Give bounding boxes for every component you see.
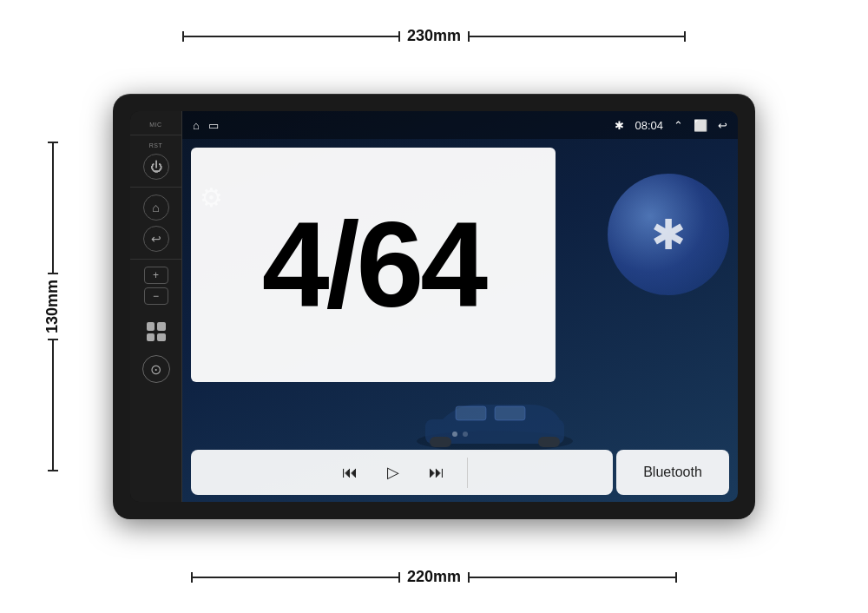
status-right: ✱ 08:04 ⌃ ⬜ ↩ <box>615 119 727 132</box>
sidebar-bottom: ⊙ <box>141 312 171 495</box>
left-dim-line-bottom <box>52 339 54 471</box>
diagram-container: 230mm 220mm 130mm MIC RST ⏻ <box>17 11 851 602</box>
navigation-button[interactable]: ⊙ <box>142 355 170 383</box>
play-button[interactable]: ▷ <box>380 459 406 485</box>
top-dimension: 230mm <box>182 27 686 45</box>
bluetooth-circle: ✱ <box>608 174 729 295</box>
prev-button[interactable]: ⏮ <box>337 459 363 485</box>
device-inner: MIC RST ⏻ ⌂ ↩ <box>130 111 738 502</box>
bottom-dim-line-left <box>191 577 400 578</box>
svg-rect-4 <box>456 406 486 420</box>
next-button[interactable]: ⏭ <box>424 459 450 485</box>
bottom-controls-bar: ⏮ ▷ ⏭ Bluetooth <box>182 443 738 502</box>
rst-label: RST <box>149 142 163 148</box>
back-button[interactable]: ↩ <box>143 226 169 252</box>
nav-icon: ⊙ <box>150 361 161 378</box>
sidebar-top: MIC <box>130 118 181 135</box>
vol-up-button[interactable]: + <box>144 267 168 284</box>
mic-label: MIC <box>149 122 161 128</box>
svg-rect-5 <box>495 406 525 420</box>
grid-icon <box>147 322 166 341</box>
status-left: ⌂ ▭ <box>193 119 219 132</box>
controls-divider <box>467 458 468 488</box>
back-status-icon: ↩ <box>718 119 727 132</box>
device-sidebar: MIC RST ⏻ ⌂ ↩ <box>130 111 182 502</box>
power-icon: ⏻ <box>150 161 162 173</box>
bottom-dim-label: 220mm <box>407 568 461 586</box>
vol-down-icon: − <box>153 290 159 302</box>
next-icon: ⏭ <box>429 464 444 482</box>
media-controls: ⏮ ▷ ⏭ <box>191 450 613 495</box>
spec-overlay-card: 4/64 <box>191 148 556 382</box>
bluetooth-button[interactable]: Bluetooth <box>616 450 729 495</box>
spec-text: 4/64 <box>262 204 484 326</box>
back-icon: ↩ <box>151 233 161 245</box>
sidebar-vol-controls: + − <box>130 260 181 312</box>
play-icon: ▷ <box>387 463 399 482</box>
car-stereo-device: MIC RST ⏻ ⌂ ↩ <box>113 94 755 519</box>
status-bar: ⌂ ▭ ✱ 08:04 ⌃ ⬜ ↩ <box>182 111 738 139</box>
left-dim-label: 130mm <box>43 280 62 333</box>
window-status-icon: ⬜ <box>694 119 707 132</box>
chevron-status-icon: ⌃ <box>674 119 683 132</box>
home-status-icon: ⌂ <box>193 119 200 132</box>
top-dim-line-right <box>468 36 686 37</box>
bottom-dimension: 220mm <box>191 568 677 586</box>
bottom-dim-line-right <box>468 577 677 578</box>
left-dimension: 130mm <box>43 142 62 471</box>
screen-content: ⚙ 4/64 ✱ <box>182 139 738 502</box>
home-icon: ⌂ <box>152 201 159 214</box>
sidebar-btn-group: RST ⏻ <box>130 135 181 188</box>
left-dim-line-top <box>52 142 54 274</box>
minimize-status-icon: ▭ <box>208 119 219 132</box>
bluetooth-circle-icon: ✱ <box>651 210 686 259</box>
vol-up-icon: + <box>153 269 159 281</box>
main-screen: ⌂ ▭ ✱ 08:04 ⌃ ⬜ ↩ ⚙ <box>182 111 738 502</box>
grid-button[interactable] <box>141 319 171 345</box>
top-dim-line-left <box>182 36 400 37</box>
home-button[interactable]: ⌂ <box>143 194 169 221</box>
top-dim-label: 230mm <box>407 27 461 45</box>
status-time: 08:04 <box>635 119 663 132</box>
prev-icon: ⏮ <box>342 464 358 482</box>
bluetooth-status-icon: ✱ <box>615 119 624 132</box>
vol-down-button[interactable]: − <box>144 287 168 305</box>
sidebar-nav-group: ⌂ ↩ <box>130 188 181 260</box>
power-button[interactable]: ⏻ <box>143 154 169 180</box>
bluetooth-label: Bluetooth <box>643 465 702 480</box>
